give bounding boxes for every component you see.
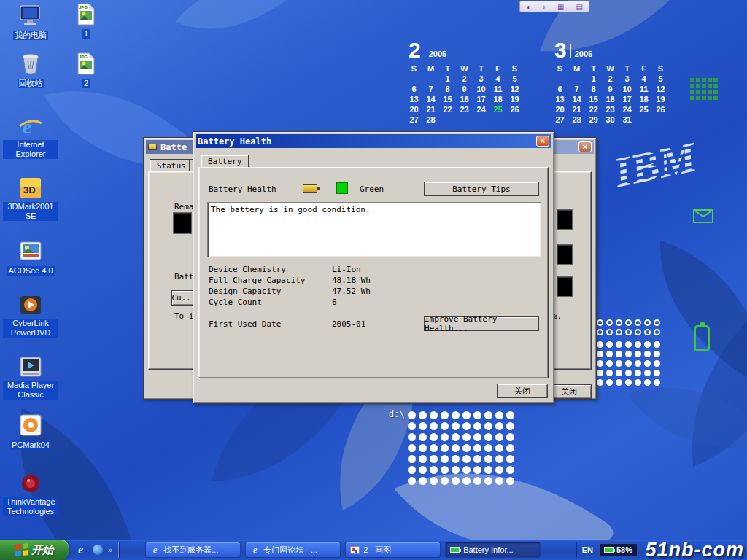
deco-dot: [506, 455, 514, 463]
ie-icon: e: [249, 545, 260, 556]
calendar-cell: [439, 114, 456, 125]
button-label: Improve Battery Health...: [425, 314, 538, 333]
deco-dot: [452, 422, 460, 430]
battery-gauge: [173, 212, 192, 234]
deco-dot: [430, 422, 438, 430]
deco-dot: [495, 411, 503, 419]
button-label: 关闭: [514, 386, 530, 397]
desktop-file-2[interactable]: JPG 2: [67, 51, 105, 89]
quicklaunch-expand-chevron[interactable]: [108, 545, 112, 554]
deco-dot: [644, 379, 651, 386]
calendar-cell: 30: [602, 114, 619, 125]
dots-small-grid: [595, 340, 662, 387]
deco-dot: [462, 433, 471, 441]
close-button[interactable]: [578, 141, 592, 152]
taskbar-task-battery-information[interactable]: Battery Infor...: [445, 542, 541, 558]
calendar-cell: 7: [422, 84, 439, 94]
taskbar-task-ie-1[interactable]: e 找不到服务器...: [145, 542, 241, 558]
quicklaunch-ie-icon[interactable]: e: [74, 544, 87, 556]
battery-health-dialog[interactable]: Battery Health Battery Battery Health Gr…: [193, 131, 554, 404]
deco-dot: [606, 351, 613, 357]
calendar-cell: 14: [568, 94, 585, 104]
svg-text:JPG: JPG: [79, 5, 88, 9]
deco-dot: [452, 477, 460, 485]
widget-toolbar[interactable]: ◖ ♪ ▦ ▤: [519, 1, 589, 12]
calendar-cell: S: [406, 63, 422, 74]
field-value: 47.52 Wh: [332, 287, 371, 296]
deco-dot: [462, 444, 471, 452]
quicklaunch-media-icon[interactable]: [91, 544, 104, 556]
calendar-cell: 2: [602, 74, 619, 84]
deco-dot: [606, 319, 613, 326]
calendar-cell: 17: [473, 94, 489, 104]
deco-dot: [495, 477, 503, 485]
calendar-cell: T: [473, 63, 489, 74]
start-button[interactable]: 开始: [0, 540, 69, 560]
desktop-icon-acdsee[interactable]: ACDSee 4.0: [3, 238, 58, 276]
close-button[interactable]: [536, 136, 549, 147]
close-dialog-button[interactable]: 关闭: [497, 384, 548, 398]
deco-dot: [484, 433, 492, 441]
desktop-icon-pcmark04[interactable]: PCMark04: [3, 413, 58, 451]
taskbar: 开始 e e 找不到服务器... e 专门网论坛 - ... 2 - 画图 Ba…: [0, 540, 747, 560]
deco-dot: [616, 351, 622, 357]
desktop-icon-thinkvantage[interactable]: ThinkVantage Technologies: [3, 471, 58, 517]
desktop-file-1[interactable]: JPG 1: [67, 1, 105, 39]
calendar-cell: 6: [406, 84, 422, 94]
desktop-icon-recycle-bin[interactable]: 回收站: [3, 51, 58, 89]
taskbar-task-ie-2[interactable]: e 专门网论坛 - ...: [245, 542, 341, 558]
deco-dot: [597, 360, 603, 367]
calendar-grid: SMTWTFS123456789101112131415161718192021…: [406, 63, 526, 125]
desktop-icon-internet-explorer[interactable]: e Internet Explorer: [3, 114, 58, 160]
desktop-icon-media-player-classic[interactable]: Media Player Classic: [3, 354, 58, 400]
deco-dot: [430, 455, 438, 463]
calendar-cell: 7: [568, 84, 585, 94]
svg-text:e: e: [23, 115, 31, 138]
taskbar-task-paint[interactable]: 2 - 画图: [345, 542, 441, 558]
calendar-cell: [506, 114, 523, 125]
calendar-cell: 17: [619, 94, 635, 104]
calendar-year: 2005: [429, 50, 446, 60]
file-label: 1: [82, 29, 90, 39]
battery-deco-icon: [694, 325, 710, 351]
battery-icon: [303, 184, 317, 192]
speaker-icon[interactable]: ◖: [526, 3, 530, 11]
document-icon[interactable]: ▤: [576, 3, 583, 11]
calendar-cell: 19: [652, 94, 669, 104]
calendar-cell: T: [619, 63, 635, 74]
deco-dot: [644, 370, 651, 376]
task-label: 找不到服务器...: [163, 545, 218, 556]
powerdvd-icon: [18, 292, 43, 317]
dialog-titlebar[interactable]: Battery Health: [196, 134, 551, 148]
calendar-cell: 8: [439, 84, 456, 94]
calendar-cell: 27: [551, 114, 568, 125]
deco-dot: [408, 455, 416, 463]
language-indicator[interactable]: EN: [582, 545, 593, 554]
deco-dot: [462, 455, 471, 463]
deco-dot: [430, 477, 438, 485]
calendar-cell: [473, 114, 489, 125]
deco-dot: [408, 466, 416, 474]
calendar-cell: 26: [652, 104, 669, 114]
task-label: 专门网论坛 - ...: [263, 545, 317, 556]
desktop-icon-3dmark2001[interactable]: 3D 3DMark2001 SE: [3, 176, 58, 222]
deco-dot: [495, 444, 503, 452]
calendar-cell: 12: [506, 84, 523, 94]
improve-battery-health-button[interactable]: Improve Battery Health...: [424, 316, 539, 331]
calendar-cell: 16: [602, 94, 619, 104]
deco-dot: [419, 455, 427, 463]
desktop-icon-powerdvd[interactable]: CyberLink PowerDVD: [3, 292, 58, 338]
battery-meter[interactable]: 58%: [599, 543, 638, 556]
deco-dot: [495, 422, 503, 430]
music-icon[interactable]: ♪: [542, 3, 546, 11]
desktop-icon-my-computer[interactable]: 我的电脑: [3, 3, 58, 41]
deco-dot: [625, 379, 632, 386]
calendar-month: 2: [409, 41, 421, 60]
display-icon[interactable]: ▦: [557, 3, 564, 11]
calendar-cell: W: [456, 63, 473, 74]
field-value: Li-Ion: [332, 265, 361, 274]
system-tray: EN 58%: [576, 540, 747, 560]
battery-tips-button[interactable]: Battery Tips: [424, 182, 539, 196]
file-label: 2: [82, 79, 90, 88]
first-used-label: First Used Date: [209, 319, 281, 329]
